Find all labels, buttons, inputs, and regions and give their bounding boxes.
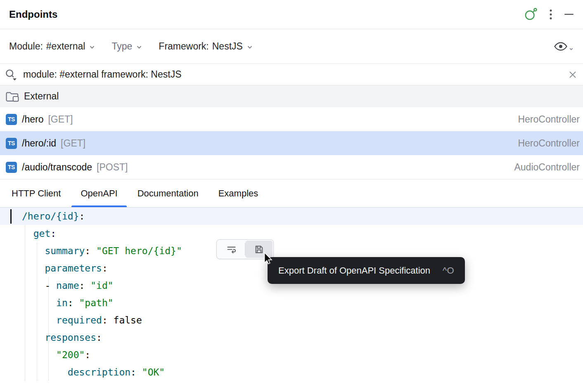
header-actions (524, 7, 574, 21)
search-bar: module: #external framework: NestJS (0, 64, 583, 85)
more-options-icon[interactable] (549, 9, 552, 20)
code-line[interactable]: responses: (0, 329, 583, 346)
tab-examples[interactable]: Examples (209, 179, 268, 207)
save-export-icon (254, 244, 265, 255)
code-line[interactable]: description: "OK" (0, 364, 583, 381)
endpoint-row-/audio/transcode[interactable]: TS /audio/transcode [POST] AudioControll… (0, 155, 583, 179)
detail-tabs: HTTP ClientOpenAPIDocumentationExamples (0, 179, 583, 208)
text-caret (10, 209, 12, 224)
code-lines: /hero/{id}: get: summary: "GET hero/{id}… (0, 208, 583, 381)
tool-window-header: Endpoints (0, 0, 583, 29)
soft-wrap-button[interactable] (218, 241, 245, 258)
filter-bar: Module: #external Type Framework: NestJS (0, 29, 583, 64)
endpoint-path: /hero (22, 114, 43, 125)
editor-floating-toolbar (216, 239, 274, 259)
tooltip-shortcut: ^O (443, 265, 454, 276)
chevron-down-icon (135, 43, 143, 51)
export-openapi-button[interactable] (245, 241, 273, 258)
endpoint-controller: AudioController (514, 162, 580, 173)
endpoint-method: [POST] (97, 162, 128, 173)
export-tooltip: Export Draft of OpenAPI Specification ^O (268, 257, 465, 284)
module-filter-label: Module: (9, 41, 43, 52)
soft-wrap-icon (226, 244, 237, 255)
endpoint-controller: HeroController (518, 138, 580, 149)
endpoint-list: TS /hero [GET] HeroController TS /hero/:… (0, 107, 583, 179)
external-folder-icon (5, 90, 20, 103)
group-row-external[interactable]: External (0, 85, 583, 107)
tooltip-label: Export Draft of OpenAPI Specification (278, 265, 430, 276)
framework-filter-label: Framework: (159, 41, 209, 52)
group-label: External (24, 91, 59, 102)
typescript-file-icon: TS (6, 114, 17, 125)
tab-http-client[interactable]: HTTP Client (2, 179, 71, 207)
type-filter-label: Type (111, 41, 132, 52)
tab-documentation[interactable]: Documentation (128, 179, 209, 207)
endpoint-path: /hero/:id (22, 138, 56, 149)
chevron-down-icon (246, 43, 254, 51)
code-line[interactable]: required: false (0, 312, 583, 329)
chevron-down-icon (569, 46, 574, 52)
code-line[interactable]: get: (0, 225, 583, 242)
code-line[interactable]: in: "path" (0, 294, 583, 312)
module-filter[interactable]: Module: #external (9, 41, 96, 52)
endpoints-status-icon[interactable] (524, 7, 538, 21)
openapi-editor[interactable]: /hero/{id}: get: summary: "GET hero/{id}… (0, 208, 583, 392)
endpoint-method: [GET] (61, 138, 85, 149)
endpoint-controller: HeroController (518, 114, 580, 125)
framework-filter[interactable]: Framework: NestJS (159, 41, 254, 52)
eye-icon (554, 41, 568, 52)
search-icon[interactable] (4, 68, 19, 81)
framework-filter-value: NestJS (212, 41, 243, 52)
code-line[interactable]: /hero/{id}: (0, 208, 583, 225)
search-input[interactable]: module: #external framework: NestJS (23, 69, 563, 80)
typescript-file-icon: TS (6, 138, 17, 149)
chevron-down-icon (88, 43, 96, 51)
code-line[interactable]: "200": (0, 346, 583, 364)
type-filter[interactable]: Type (111, 41, 143, 52)
module-filter-value: #external (46, 41, 85, 52)
endpoint-row-/hero/:id[interactable]: TS /hero/:id [GET] HeroController (0, 131, 583, 155)
endpoint-row-/hero[interactable]: TS /hero [GET] HeroController (0, 107, 583, 131)
view-options-button[interactable] (554, 41, 574, 52)
page-title: Endpoints (9, 9, 57, 20)
endpoint-method: [GET] (48, 114, 73, 125)
endpoint-path: /audio/transcode (22, 162, 92, 173)
tab-openapi[interactable]: OpenAPI (71, 179, 127, 207)
clear-search-icon[interactable] (567, 69, 578, 80)
typescript-file-icon: TS (6, 162, 17, 173)
hide-tool-window-icon[interactable] (564, 13, 574, 16)
